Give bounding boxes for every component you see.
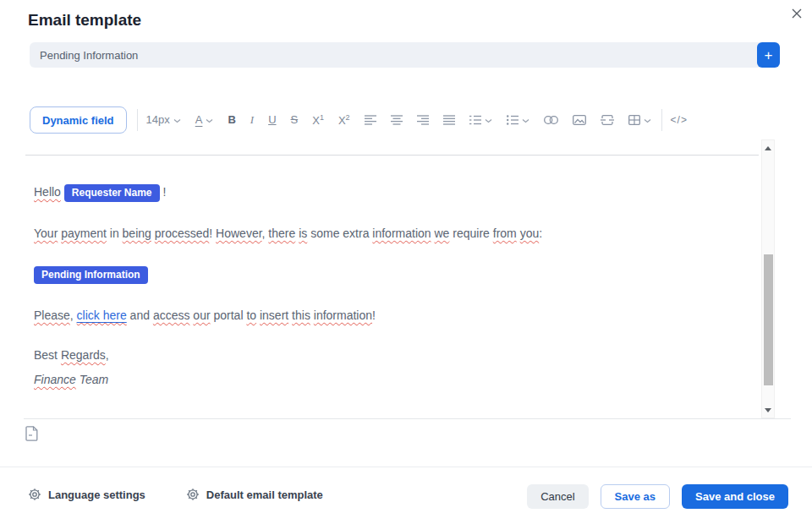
strikethrough-button[interactable]: S xyxy=(291,113,299,126)
text-segment: Hello xyxy=(34,185,61,199)
save-and-close-button[interactable]: Save and close xyxy=(682,484,788,509)
link-text: click here xyxy=(77,308,127,322)
close-icon[interactable] xyxy=(790,7,804,20)
superscript-button[interactable]: X1 xyxy=(312,113,324,127)
text-segment: from xyxy=(493,227,517,240)
subscript-exp: 2 xyxy=(346,113,350,122)
text-segment: being xyxy=(123,227,151,240)
text-segment: Regards xyxy=(61,348,106,362)
editor-paragraph: Please, click here and access our portal… xyxy=(34,307,751,324)
text-segment: this xyxy=(292,308,310,322)
attach-document-icon[interactable] xyxy=(25,426,38,445)
image-button[interactable] xyxy=(573,115,586,125)
scrollbar-thumb[interactable] xyxy=(764,254,773,385)
editor-paragraph: Best Regards, xyxy=(34,347,751,363)
footer: Language settings Default email template… xyxy=(0,467,812,524)
align-right-icon xyxy=(417,115,429,125)
align-center-icon xyxy=(391,115,403,125)
text-segment: require xyxy=(449,227,492,240)
editor-paragraph: Pending Information xyxy=(34,265,751,284)
text-segment: : xyxy=(539,227,542,240)
text-segment: ! xyxy=(160,185,167,199)
underline-button[interactable]: U xyxy=(268,113,276,126)
dynamic-field-button[interactable]: Dynamic field xyxy=(30,106,127,134)
justify-icon xyxy=(443,115,455,125)
text-segment: our xyxy=(193,308,210,322)
chevron-down-icon xyxy=(522,113,529,126)
text-segment: payment xyxy=(61,227,107,240)
scroll-up-arrow[interactable] xyxy=(762,142,774,154)
text-segment: Your xyxy=(34,227,58,240)
bullet-list-button[interactable] xyxy=(507,113,529,126)
text-segment: insert xyxy=(260,308,288,322)
chevron-down-icon xyxy=(206,113,213,126)
bold-label: B xyxy=(228,113,235,126)
link-button[interactable] xyxy=(544,116,558,124)
text-segment: Finance xyxy=(34,373,76,386)
text-segment: , xyxy=(106,348,109,362)
default-email-template-button[interactable]: Default email template xyxy=(186,488,323,501)
toolbar-divider xyxy=(661,109,662,131)
text-segment: is xyxy=(299,227,307,240)
save-as-button[interactable]: Save as xyxy=(601,484,670,509)
template-name-row: + xyxy=(30,42,780,68)
font-size-select[interactable]: 14px xyxy=(146,113,181,126)
subscript-base: X xyxy=(338,114,346,127)
align-center-button[interactable] xyxy=(391,115,403,125)
ordered-list-button[interactable] xyxy=(469,113,492,126)
template-name-input[interactable] xyxy=(30,49,757,62)
dynamic-field-badge[interactable]: Pending Information xyxy=(34,266,148,284)
text-segment: and xyxy=(127,308,153,322)
editor-paragraph: Your payment in being processed! However… xyxy=(34,225,751,242)
link-icon xyxy=(544,116,558,124)
add-template-button[interactable]: + xyxy=(757,42,780,68)
text-segment: Please xyxy=(34,308,70,322)
align-left-button[interactable] xyxy=(365,115,376,125)
text-segment: information xyxy=(314,308,372,322)
bold-button[interactable]: B xyxy=(228,113,235,126)
language-settings-label: Language settings xyxy=(48,489,145,501)
dynamic-field-badge[interactable]: Requester Name xyxy=(64,184,160,202)
subscript-button[interactable]: X2 xyxy=(338,113,350,127)
text-segment: Best xyxy=(34,348,61,362)
toolbar-divider xyxy=(137,109,138,131)
underline-label: U xyxy=(268,113,276,126)
text-segment: ! xyxy=(209,227,216,240)
text-segment: some extra xyxy=(307,227,372,240)
editor-content: Hello Requester Name !Your payment in be… xyxy=(25,139,760,388)
code-view-button[interactable]: </> xyxy=(671,114,688,126)
justify-button[interactable] xyxy=(443,115,455,125)
editor-paragraph: Finance Team xyxy=(34,371,751,388)
text-segment: However xyxy=(216,227,261,240)
editor-bottom-border xyxy=(24,418,791,419)
chevron-down-icon xyxy=(644,113,651,126)
language-settings-button[interactable]: Language settings xyxy=(28,488,145,501)
text-segment: portal xyxy=(211,308,247,322)
table-icon xyxy=(628,115,640,125)
default-email-template-label: Default email template xyxy=(206,489,323,501)
text-segment: information xyxy=(372,227,431,240)
cancel-button[interactable]: Cancel xyxy=(527,484,588,509)
italic-label: I xyxy=(250,113,254,127)
ordered-list-icon xyxy=(469,115,481,125)
align-left-icon xyxy=(365,115,376,125)
text-segment: to xyxy=(246,308,256,322)
editor-toolbar: Dynamic field 14px A B I U S X1 X2 xyxy=(30,106,778,134)
chevron-down-icon xyxy=(485,113,492,126)
italic-button[interactable]: I xyxy=(250,113,254,127)
table-button[interactable] xyxy=(628,113,651,126)
chevron-down-icon xyxy=(173,113,181,126)
text-segment: you xyxy=(520,227,540,240)
text-segment: there xyxy=(268,227,295,240)
text-color-button[interactable]: A xyxy=(195,113,214,126)
editor-body[interactable]: Hello Requester Name !Your payment in be… xyxy=(25,139,760,418)
scroll-down-arrow[interactable] xyxy=(762,404,774,416)
click-here-link[interactable]: click here xyxy=(77,308,127,322)
editor-scrollbar[interactable] xyxy=(761,139,775,418)
bullet-list-icon xyxy=(507,115,518,125)
text-segment: Team xyxy=(80,373,109,386)
text-segment: , xyxy=(70,308,77,322)
align-right-button[interactable] xyxy=(417,115,429,125)
text-segment: we xyxy=(434,227,449,240)
horizontal-rule-button[interactable] xyxy=(601,115,614,125)
